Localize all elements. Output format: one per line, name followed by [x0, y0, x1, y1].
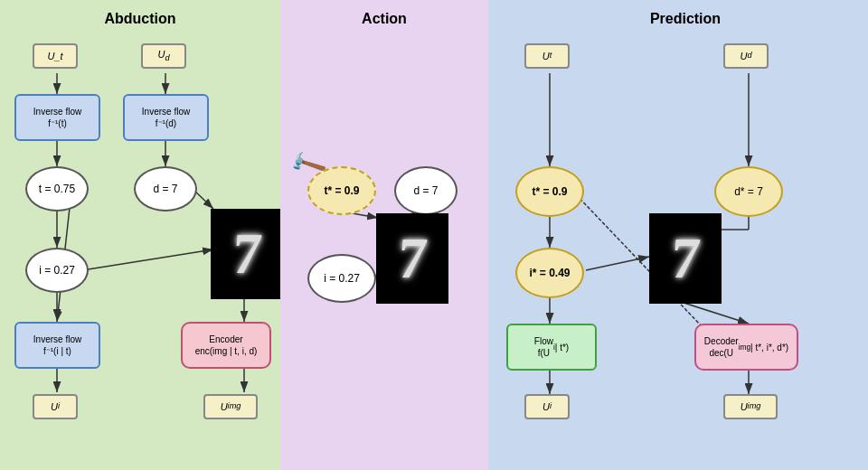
encoder-box: Encoderenc(img | t, i, d) [181, 322, 271, 369]
ui-pred-label: Ui [524, 394, 570, 419]
action-title: Action [288, 7, 481, 33]
prediction-diagram: Ut Ud t* = 0.9 d* = 7 i* = 0.49 7 [495, 33, 868, 463]
flow-box: Flowf(Ui | t*) [506, 324, 597, 371]
ud-label: Ud [141, 43, 186, 69]
seven-image-pred: 7 [649, 213, 722, 304]
abduction-diagram: U_t Ud Inverse flowf⁻¹(t) Inverse flowf⁻… [7, 33, 273, 463]
t-star-circle-pred: t* = 0.9 [515, 166, 584, 217]
t-star-circle-action: t* = 0.9 [307, 166, 376, 215]
i-circle-action: i = 0.27 [307, 254, 376, 303]
svg-line-28 [681, 302, 749, 324]
prediction-title: Prediction [495, 7, 868, 33]
section-action: Action 🔨 t* = 0.9 [280, 0, 488, 470]
inv-flow-t: Inverse flowf⁻¹(t) [14, 94, 100, 141]
action-diagram: 🔨 t* = 0.9 d = 7 i = 0.27 7 [288, 33, 481, 463]
t-circle: t = 0.75 [25, 166, 89, 212]
d-circle-action: d = 7 [394, 166, 458, 215]
inv-flow-d: Inverse flowf⁻¹(d) [123, 94, 209, 141]
uimg-label: Uimg [203, 394, 258, 419]
section-abduction: Abduction [0, 0, 280, 470]
inv-flow-i: Inverse flowf⁻¹(i | t) [14, 322, 100, 369]
i-circle: i = 0.27 [25, 248, 89, 293]
d-star-circle-pred: d* = 7 [714, 166, 783, 217]
svg-line-9 [82, 249, 213, 270]
seven-image-action: 7 [376, 213, 448, 304]
ud-pred-label: Ud [723, 43, 769, 69]
d-circle: d = 7 [134, 166, 197, 212]
i-star-circle-pred: i* = 0.49 [515, 248, 584, 298]
seven-image-abduction: 7 [211, 209, 283, 299]
ui-label: Ui [33, 394, 78, 419]
decoder-box: Decoderdec(Uimg | t*, i*, d*) [694, 324, 798, 371]
svg-line-24 [586, 257, 649, 270]
ut-pred-label: Ut [524, 43, 570, 69]
section-prediction: Prediction [488, 0, 868, 470]
ut-label: U_t [33, 43, 78, 69]
main-container: Abduction [0, 0, 868, 470]
uimg-pred-label: Uimg [723, 394, 778, 419]
abduction-title: Abduction [7, 7, 273, 33]
